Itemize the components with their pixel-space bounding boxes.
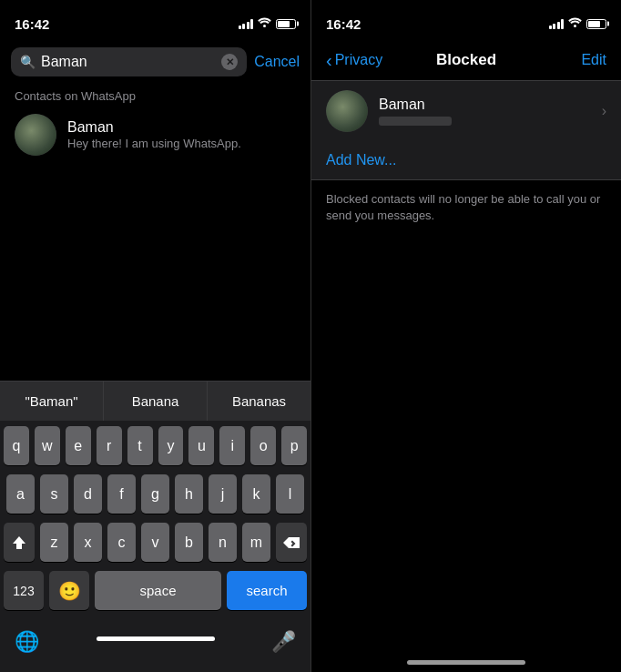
keyboard-bottom-row: 🌐 🎤 <box>0 623 310 672</box>
numbers-key[interactable]: 123 <box>4 571 44 610</box>
key-j[interactable]: j <box>209 474 237 514</box>
svg-point-0 <box>263 25 266 27</box>
status-icons-left <box>239 17 297 30</box>
key-d[interactable]: d <box>74 474 102 514</box>
status-bar-right: 16:42 <box>311 0 621 40</box>
emoji-key[interactable]: 🙂 <box>49 571 89 610</box>
right-panel: 16:42 ‹ Privacy <box>310 0 621 672</box>
shift-key[interactable] <box>4 523 35 562</box>
key-o[interactable]: o <box>250 426 276 465</box>
status-icons-right <box>549 17 607 30</box>
contact-list-item[interactable]: Baman Hey there! I am using WhatsApp. <box>0 107 310 163</box>
signal-icon-right <box>549 18 565 29</box>
nav-bar: ‹ Privacy Blocked Edit <box>311 40 621 80</box>
battery-icon-right <box>586 19 606 29</box>
avatar <box>15 114 56 156</box>
key-p[interactable]: p <box>281 426 307 465</box>
info-text: Blocked contacts will no longer be able … <box>311 180 621 235</box>
wifi-icon-right <box>568 17 582 30</box>
key-s[interactable]: s <box>40 474 68 514</box>
key-g[interactable]: g <box>141 474 169 514</box>
key-k[interactable]: k <box>242 474 270 514</box>
search-input[interactable]: Baman <box>41 54 216 70</box>
back-button[interactable]: ‹ Privacy <box>326 51 382 69</box>
key-t[interactable]: t <box>127 426 153 465</box>
contacts-section-header: Contacts on WhatsApp <box>0 84 310 107</box>
key-a[interactable]: a <box>6 474 35 514</box>
chevron-left-icon: ‹ <box>326 51 332 69</box>
contact-status: Hey there! I am using WhatsApp. <box>67 137 241 150</box>
key-x[interactable]: x <box>74 523 102 562</box>
key-f[interactable]: f <box>107 474 136 514</box>
contact-name: Baman <box>67 119 241 136</box>
search-icon: 🔍 <box>20 55 36 69</box>
globe-icon[interactable]: 🌐 <box>15 630 39 654</box>
key-r[interactable]: r <box>97 426 122 465</box>
clear-icon: ✕ <box>226 57 234 67</box>
space-key[interactable]: space <box>95 571 221 610</box>
key-row-1: q w e r t y u i o p <box>4 426 307 465</box>
key-z[interactable]: z <box>40 523 68 562</box>
key-l[interactable]: l <box>276 474 304 514</box>
blocked-contact-item[interactable]: Baman › <box>311 81 621 141</box>
key-c[interactable]: c <box>107 523 136 562</box>
autocomplete-item-3[interactable]: Bananas <box>208 382 310 421</box>
search-input-wrapper[interactable]: 🔍 Baman ✕ <box>11 47 247 76</box>
clear-button[interactable]: ✕ <box>221 54 238 70</box>
key-v[interactable]: v <box>141 523 169 562</box>
key-q[interactable]: q <box>4 426 29 465</box>
key-w[interactable]: w <box>35 426 60 465</box>
autocomplete-item-1[interactable]: "Baman" <box>0 382 104 421</box>
key-m[interactable]: m <box>242 523 270 562</box>
page-title: Blocked <box>436 51 496 69</box>
right-spacer <box>311 235 621 672</box>
autocomplete-item-2[interactable]: Banana <box>104 382 208 421</box>
cancel-button[interactable]: Cancel <box>254 54 300 70</box>
add-new-button[interactable]: Add New... <box>311 141 621 179</box>
key-n[interactable]: n <box>209 523 237 562</box>
blocked-name: Baman <box>379 97 591 113</box>
time-left: 16:42 <box>15 16 49 32</box>
key-row-3: z x c v b n m <box>4 523 307 562</box>
wifi-icon <box>258 17 271 30</box>
key-y[interactable]: y <box>158 426 184 465</box>
back-label: Privacy <box>335 52 382 68</box>
microphone-icon[interactable]: 🎤 <box>271 630 296 654</box>
key-b[interactable]: b <box>175 523 203 562</box>
key-i[interactable]: i <box>219 426 245 465</box>
battery-icon <box>276 19 296 29</box>
svg-point-1 <box>574 25 576 27</box>
keyboard-area: "Baman" Banana Bananas q w e r t y u i o… <box>0 381 310 672</box>
search-bar-container: 🔍 Baman ✕ Cancel <box>0 40 310 84</box>
chevron-right-icon: › <box>602 103 606 119</box>
blocked-subtitle <box>379 117 452 126</box>
search-key[interactable]: search <box>227 571 307 610</box>
status-bar-left: 16:42 <box>0 0 310 40</box>
edit-button[interactable]: Edit <box>581 52 606 68</box>
time-right: 16:42 <box>326 16 361 32</box>
key-h[interactable]: h <box>175 474 203 514</box>
signal-icon <box>239 18 254 29</box>
autocomplete-bar: "Baman" Banana Bananas <box>0 381 310 421</box>
contact-info: Baman Hey there! I am using WhatsApp. <box>67 119 241 150</box>
home-indicator-right <box>407 660 525 665</box>
blocked-info: Baman <box>379 97 591 126</box>
key-e[interactable]: e <box>66 426 91 465</box>
key-row-2: a s d f g h j k l <box>4 474 307 514</box>
key-u[interactable]: u <box>188 426 214 465</box>
home-indicator <box>97 636 215 641</box>
blocked-avatar <box>326 90 368 132</box>
key-row-4: 123 🙂 space search <box>4 571 307 610</box>
keyboard: q w e r t y u i o p a s d f g h j k <box>0 421 310 623</box>
left-panel: 16:42 🔍 Baman <box>0 0 310 672</box>
backspace-key[interactable] <box>276 523 307 562</box>
